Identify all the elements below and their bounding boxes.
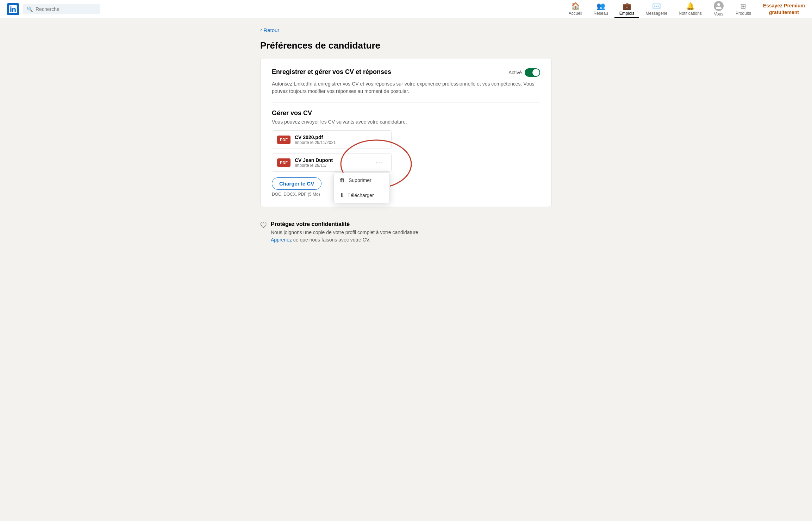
section-divider xyxy=(272,102,540,102)
search-bar[interactable]: 🔍 xyxy=(23,4,100,14)
search-input[interactable] xyxy=(36,6,96,12)
save-toggle[interactable] xyxy=(525,68,540,77)
upload-cv-button[interactable]: Charger le CV xyxy=(272,177,321,190)
messaging-icon: ✉️ xyxy=(652,2,661,10)
toggle-knob xyxy=(532,69,539,76)
main-content: ‹ Retour Préférences de candidature Enre… xyxy=(255,18,557,252)
privacy-desc-text: Nous joignons une copie de votre profil … xyxy=(271,230,420,235)
cv-item-2: PDF CV Jean Dupont Importé le 29/11/ ···… xyxy=(272,153,392,172)
home-icon: 🏠 xyxy=(571,2,580,10)
page-title: Préférences de candidature xyxy=(260,40,552,51)
cv-list: PDF CV 2020.pdf Importé le 29/11/2021 ··… xyxy=(272,130,540,172)
jobs-icon: 💼 xyxy=(623,2,631,10)
notifications-icon: 🔔 xyxy=(686,2,695,10)
preferences-card: Enregistrer et gérer vos CV et réponses … xyxy=(260,58,552,207)
privacy-title: Protégez votre confidentialité xyxy=(271,221,420,227)
privacy-link-suffix: ce que nous faisons avec votre CV. xyxy=(292,237,370,243)
cv-date-2: Importé le 29/11/ xyxy=(295,163,373,168)
cv-item-1: PDF CV 2020.pdf Importé le 29/11/2021 ··… xyxy=(272,130,392,149)
trash-icon: 🗑 xyxy=(339,177,345,183)
supprimer-label: Supprimer xyxy=(349,177,371,183)
nav-messagerie[interactable]: ✉️ Messagerie xyxy=(641,0,672,18)
back-link[interactable]: ‹ Retour xyxy=(260,27,552,33)
nav-accueil[interactable]: 🏠 Accueil xyxy=(564,0,587,18)
back-label: Retour xyxy=(263,27,279,33)
network-icon: 👥 xyxy=(596,2,605,10)
toggle-label: Activé xyxy=(508,70,522,75)
privacy-section: 🛡 Protégez votre confidentialité Nous jo… xyxy=(260,214,552,244)
cv-name-2: CV Jean Dupont xyxy=(295,157,373,163)
save-section-title: Enregistrer et gérer vos CV et réponses xyxy=(272,68,391,76)
nav-accueil-label: Accueil xyxy=(569,11,582,16)
nav-messagerie-label: Messagerie xyxy=(645,11,667,16)
save-section-header: Enregistrer et gérer vos CV et réponses … xyxy=(272,68,540,77)
cv-badge-2: PDF xyxy=(277,158,291,167)
avatar xyxy=(714,1,724,11)
produits-icon: ⊞ xyxy=(740,2,746,10)
nav-emplois-label: Emplois xyxy=(619,11,635,16)
privacy-description: Nous joignons une copie de votre profil … xyxy=(271,229,420,244)
privacy-content: Protégez votre confidentialité Nous joig… xyxy=(271,221,420,244)
cv2-dropdown-menu: 🗑 Supprimer ⬇ Télécharger xyxy=(333,172,390,203)
navbar: 🔍 🏠 Accueil 👥 Réseau 💼 Emplois ✉️ Messag… xyxy=(0,0,812,18)
download-icon: ⬇ xyxy=(339,192,344,199)
cv-date-1: Importé le 29/11/2021 xyxy=(295,140,373,145)
dropdown-supprimer[interactable]: 🗑 Supprimer xyxy=(334,173,389,188)
telecharger-label: Télécharger xyxy=(348,193,374,198)
cv2-menu-button[interactable]: ··· xyxy=(373,157,386,168)
cv1-dropdown-container: ··· xyxy=(373,134,386,145)
nav-vous[interactable]: Vous xyxy=(708,0,729,19)
cv-info-1: CV 2020.pdf Importé le 29/11/2021 xyxy=(295,134,373,145)
cv1-menu-button[interactable]: ··· xyxy=(373,134,386,145)
nav-notifications-label: Notifications xyxy=(679,11,702,16)
cv2-dropdown-container: ··· 🗑 Supprimer ⬇ Télécharger xyxy=(373,157,386,168)
nav-produits-label: Produits xyxy=(736,11,751,16)
dropdown-telecharger[interactable]: ⬇ Télécharger xyxy=(334,188,389,203)
manage-cv-description: Vous pouvez envoyer les CV suivants avec… xyxy=(272,119,540,125)
shield-icon: 🛡 xyxy=(260,221,267,230)
nav-emplois[interactable]: 💼 Emplois xyxy=(614,0,639,18)
cv-badge-1: PDF xyxy=(277,136,291,144)
manage-cv-title: Gérer vos CV xyxy=(272,109,540,117)
cv-info-2: CV Jean Dupont Importé le 29/11/ xyxy=(295,157,373,168)
nav-reseau[interactable]: 👥 Réseau xyxy=(588,0,613,18)
navbar-nav: 🏠 Accueil 👥 Réseau 💼 Emplois ✉️ Messager… xyxy=(564,0,805,19)
privacy-link[interactable]: Apprenez xyxy=(271,237,292,243)
nav-produits[interactable]: ⊞ Produits xyxy=(731,0,756,18)
cv-name-1: CV 2020.pdf xyxy=(295,134,373,140)
search-icon: 🔍 xyxy=(27,6,33,12)
nav-vous-label: Vous xyxy=(714,12,724,17)
save-section-description: Autorisez LinkedIn à enregistrer vos CV … xyxy=(272,80,540,95)
upload-hint: DOC, DOCX, PDF (5 Mo) xyxy=(272,192,540,197)
linkedin-logo[interactable] xyxy=(7,3,19,15)
premium-button[interactable]: Essayez Premium gratuitement xyxy=(763,2,805,15)
toggle-wrap: Activé xyxy=(508,68,540,77)
nav-notifications[interactable]: 🔔 Notifications xyxy=(674,0,707,18)
nav-reseau-label: Réseau xyxy=(593,11,608,16)
chevron-left-icon: ‹ xyxy=(260,27,262,33)
